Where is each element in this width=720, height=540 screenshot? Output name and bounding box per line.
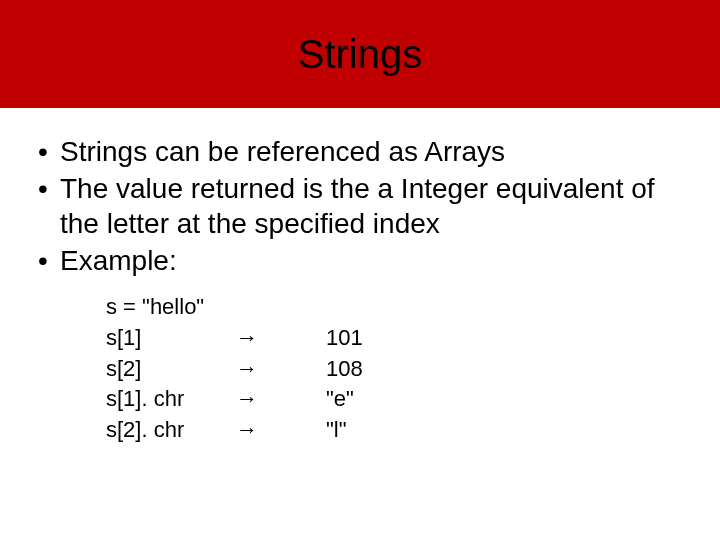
example-expr: s[1]. chr <box>106 384 236 415</box>
arrow-icon: → <box>236 415 326 446</box>
example-value: "l" <box>326 415 446 446</box>
example-expr: s[2]. chr <box>106 415 236 446</box>
code-example: s = "hello" s[1] → 101 s[2] → 108 s[1]. … <box>106 292 684 446</box>
title-bar: Strings <box>0 0 720 108</box>
example-value: 108 <box>326 354 446 385</box>
example-row: s[1] → 101 <box>106 323 684 354</box>
slide-title: Strings <box>298 32 423 77</box>
bullet-list: Strings can be referenced as Arrays The … <box>36 134 684 278</box>
example-init: s = "hello" <box>106 292 236 323</box>
bullet-item: Strings can be referenced as Arrays <box>36 134 684 169</box>
slide-body: Strings can be referenced as Arrays The … <box>0 108 720 446</box>
slide: Strings Strings can be referenced as Arr… <box>0 0 720 540</box>
example-expr: s[2] <box>106 354 236 385</box>
example-value: "e" <box>326 384 446 415</box>
bullet-item: The value returned is the a Integer equi… <box>36 171 684 241</box>
example-expr: s[1] <box>106 323 236 354</box>
arrow-icon: → <box>236 384 326 415</box>
bullet-item: Example: <box>36 243 684 278</box>
arrow-icon: → <box>236 354 326 385</box>
example-row: s[2] → 108 <box>106 354 684 385</box>
example-init-row: s = "hello" <box>106 292 684 323</box>
example-row: s[2]. chr → "l" <box>106 415 684 446</box>
arrow-icon: → <box>236 323 326 354</box>
example-row: s[1]. chr → "e" <box>106 384 684 415</box>
example-value: 101 <box>326 323 446 354</box>
